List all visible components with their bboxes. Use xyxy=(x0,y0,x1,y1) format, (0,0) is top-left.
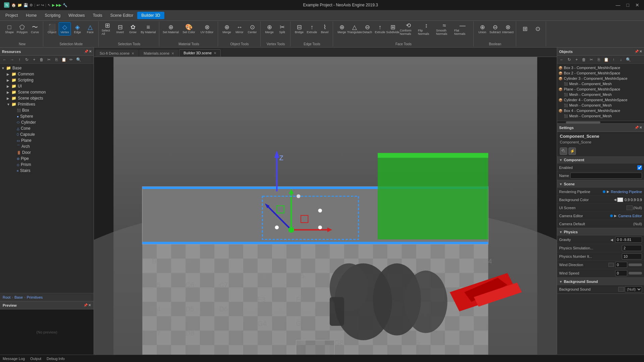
settings-action-btn1[interactable]: 🔌 xyxy=(560,147,567,155)
obj-item-cylinder4[interactable]: 📦 Cylinder 4 - Component_MeshInSpace xyxy=(557,97,644,103)
res-add-btn[interactable]: + xyxy=(31,56,38,63)
tb-split[interactable]: ✂Split xyxy=(276,22,288,36)
menu-home[interactable]: Home xyxy=(22,12,41,19)
tb-by-material[interactable]: ≡By Material xyxy=(140,22,157,36)
obj-item-mesh3[interactable]: ⬛ Mesh - Component_Mesh xyxy=(557,103,644,108)
tb-select-all[interactable]: ⊞Select All xyxy=(101,22,113,36)
titlebar-icon-cursor[interactable]: ↖ xyxy=(48,3,51,7)
obj-item-box2[interactable]: 📦 Box 2 - Component_MeshInSpace xyxy=(557,70,644,76)
breadcrumb-base[interactable]: Base xyxy=(14,295,23,299)
tb-polygon[interactable]: ⬠Polygon xyxy=(16,22,28,36)
tree-item-scene-common[interactable]: ▶ 📁 Scene common xyxy=(0,89,94,95)
res-paste-btn[interactable]: 📋 xyxy=(60,56,67,63)
menu-project[interactable]: Project xyxy=(1,12,22,19)
tab-materials[interactable]: Materials.scene ✕ xyxy=(139,50,178,57)
tb-detach[interactable]: ⊖Detach xyxy=(361,22,373,36)
obj-copy-btn[interactable]: ⎘ xyxy=(595,56,602,63)
maximize-button[interactable]: □ xyxy=(625,2,631,8)
tab-scifi-close[interactable]: ✕ xyxy=(131,52,134,55)
obj-add-btn[interactable]: + xyxy=(573,56,580,63)
tb-merge-obj[interactable]: ⊕Merge xyxy=(221,22,233,36)
preview-close-icon[interactable]: ✕ xyxy=(88,303,91,307)
breadcrumb-primitives[interactable]: Primitives xyxy=(27,295,43,299)
minimize-button[interactable]: — xyxy=(614,2,623,8)
tb-extrude-edge[interactable]: ↑Extrude xyxy=(306,22,318,36)
preview-pin-icon[interactable]: 📌 xyxy=(84,303,88,307)
physics-number-input[interactable] xyxy=(622,253,642,259)
statusbar-message-log[interactable]: Message Log xyxy=(3,357,25,361)
titlebar-icon-play[interactable]: ▶ xyxy=(52,3,55,7)
wind-speed-slider[interactable] xyxy=(629,272,642,275)
obj-up-btn[interactable]: ↑ xyxy=(610,56,617,63)
tb-bevel[interactable]: ⌇Bevel xyxy=(319,22,331,36)
tree-item-primitives[interactable]: ▼ 📁 Primitives xyxy=(0,101,94,107)
tb-set-material[interactable]: ⊕Set Material xyxy=(162,22,179,36)
tb-merge-vtx[interactable]: ⊕Merge xyxy=(263,22,275,36)
settings-section-physics-header[interactable]: ▼ Physics xyxy=(557,228,644,236)
tb-shape[interactable]: □Shape xyxy=(3,22,15,36)
obj-paste-btn[interactable]: 📋 xyxy=(603,56,609,63)
settings-action-btn2[interactable]: ⚡ xyxy=(569,147,576,155)
tb-curve[interactable]: 〜Curve xyxy=(29,22,41,36)
settings-pin-icon[interactable]: 📌 xyxy=(635,126,639,129)
obj-item-box4[interactable]: 📦 Box 4 - Component_MeshInSpace xyxy=(557,108,644,113)
tb-merge-face[interactable]: ⊕Merge xyxy=(336,22,348,36)
obj-search-btn[interactable]: 🔍 xyxy=(625,56,632,63)
tb-object[interactable]: ⬛Object xyxy=(46,22,58,36)
menu-scene-editor[interactable]: Scene Editor xyxy=(106,12,138,19)
rendering-pipeline-arrow[interactable]: ▶ xyxy=(607,190,609,193)
menu-tools[interactable]: Tools xyxy=(89,12,106,19)
tb-vertex[interactable]: ◇Vertex xyxy=(59,22,71,36)
obj-delete-btn[interactable]: 🗑 xyxy=(581,56,587,63)
menu-scripting[interactable]: Scripting xyxy=(41,12,64,19)
obj-item-mesh1[interactable]: ⬛ Mesh - Component_Mesh xyxy=(557,81,644,86)
tb-subdivide[interactable]: ⊞Subdivide xyxy=(387,22,399,36)
resources-pin-icon[interactable]: 📌 xyxy=(84,50,88,53)
background-color-collapse[interactable]: ◀ xyxy=(614,198,616,201)
titlebar-icon-redo[interactable]: ↪ xyxy=(41,3,44,7)
settings-name-input[interactable] xyxy=(570,173,642,179)
menu-windows[interactable]: Windows xyxy=(64,12,89,19)
tree-item-box[interactable]: ⬛ Box xyxy=(0,107,94,113)
res-rename-btn[interactable]: ✏ xyxy=(68,56,74,63)
tree-item-cylinder[interactable]: ⬭ Cylinder xyxy=(0,119,94,125)
settings-section-scene-header[interactable]: ▼ Scene xyxy=(557,180,644,188)
tb-toggle1[interactable]: ⊞ xyxy=(519,22,531,36)
tb-flip-normals[interactable]: ↕Flip Normals xyxy=(418,22,435,36)
obj-back-btn[interactable]: ← xyxy=(558,56,565,63)
gravity-input[interactable] xyxy=(615,237,642,243)
tree-item-ui[interactable]: ▶ 📁 UI xyxy=(0,83,94,89)
res-cut-btn[interactable]: ✂ xyxy=(46,56,52,63)
tree-item-cone[interactable]: △ Cone xyxy=(0,125,94,131)
tree-item-plane[interactable]: ▭ Plane xyxy=(0,137,94,143)
tree-item-pipe[interactable]: ⊝ Pipe xyxy=(0,156,94,162)
tb-subtract[interactable]: ⊖Subtract xyxy=(489,22,501,36)
res-delete-btn[interactable]: 🗑 xyxy=(38,56,45,63)
objects-close-icon[interactable]: ✕ xyxy=(639,50,642,53)
tree-item-capsule[interactable]: ⬯ Capsule xyxy=(0,131,94,137)
tb-mirror[interactable]: ↔Mirror xyxy=(233,22,246,36)
settings-section-component-header[interactable]: ▼ Component xyxy=(557,156,644,164)
tab-builder3d-close[interactable]: ✕ xyxy=(214,51,216,55)
tb-extrude-face[interactable]: ↑Extrude xyxy=(374,22,386,36)
tb-uv-editor[interactable]: ⊗UV Editor xyxy=(198,22,216,36)
tb-grow[interactable]: ✿Grow xyxy=(127,22,139,36)
tree-item-prism[interactable]: ◇ Prism xyxy=(0,162,94,168)
obj-item-box3[interactable]: 📦 Box 3 - Component_MeshInSpace xyxy=(557,65,644,70)
obj-cut-btn[interactable]: ✂ xyxy=(588,56,595,63)
tb-edge[interactable]: ◈Edge xyxy=(71,22,84,36)
tab-builder-3d[interactable]: Builder 3D.scene ✕ xyxy=(179,49,221,57)
settings-close-icon[interactable]: ✕ xyxy=(639,126,642,129)
wind-speed-input[interactable] xyxy=(615,270,627,276)
statusbar-output[interactable]: Output xyxy=(30,357,41,361)
tb-union[interactable]: ⊕Union xyxy=(476,22,488,36)
tb-conform-normals[interactable]: ⟲Conform Normals xyxy=(399,22,417,36)
wind-direction-slider[interactable] xyxy=(629,263,642,266)
obj-down-btn[interactable]: ↓ xyxy=(618,56,624,63)
res-back-btn[interactable]: ← xyxy=(1,56,8,63)
resources-close-icon[interactable]: ✕ xyxy=(89,50,92,53)
wind-direction-input[interactable] xyxy=(615,262,627,268)
camera-editor-value[interactable]: Camera Editor xyxy=(618,214,642,218)
tb-bridge[interactable]: ⊟Bridge xyxy=(293,22,305,36)
tree-item-stairs[interactable]: ≡ Stairs xyxy=(0,168,94,174)
